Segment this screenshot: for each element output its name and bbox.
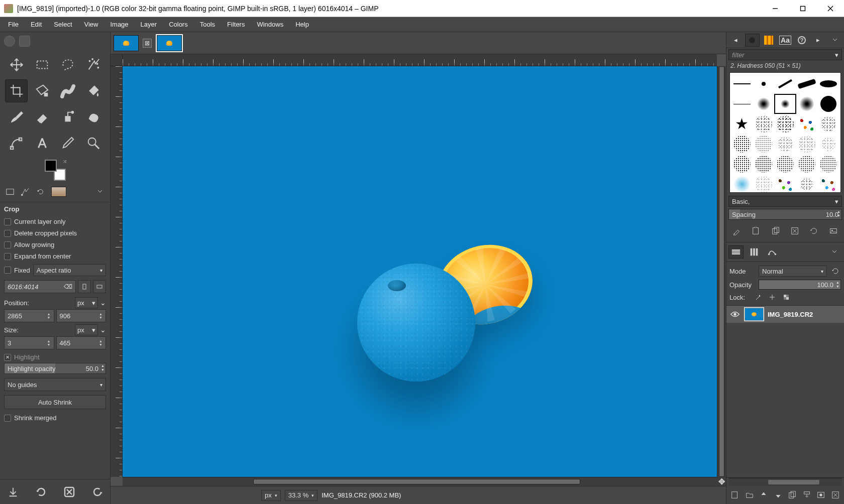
brush-preset[interactable]	[753, 174, 774, 193]
size-h-field[interactable]: 465▲▼	[56, 336, 107, 349]
undo-history-tab[interactable]	[34, 186, 46, 198]
new-layer-icon[interactable]	[728, 488, 742, 502]
brush-preset[interactable]	[753, 134, 774, 154]
brush-preset[interactable]	[753, 94, 774, 114]
brush-preset[interactable]	[818, 154, 839, 174]
brush-preset-mode-dropdown[interactable]: Basic,▾	[728, 196, 842, 207]
delete-tool-preset-icon[interactable]	[61, 483, 78, 500]
warp-tool[interactable]	[57, 79, 79, 102]
brush-preset-selected[interactable]	[774, 94, 796, 114]
brush-preset[interactable]	[753, 74, 774, 94]
brush-preset[interactable]	[731, 154, 753, 174]
layer-name[interactable]: IMG_9819.CR2	[768, 311, 841, 318]
aspect-ratio-field[interactable]: 6016:4014 ⌫	[4, 280, 76, 293]
tool-options-tab[interactable]	[4, 186, 16, 198]
expand-center-checkbox[interactable]	[4, 253, 11, 260]
close-tab-icon[interactable]: ⊠	[143, 39, 152, 48]
statusbar-unit-dropdown[interactable]: px▾	[261, 490, 281, 501]
color-picker-tool[interactable]	[57, 132, 79, 155]
mode-reset-icon[interactable]	[830, 267, 841, 276]
position-x-field[interactable]: 2865▲▼	[4, 309, 54, 322]
duplicate-layer-icon[interactable]	[786, 488, 799, 502]
foreground-color-swatch[interactable]	[45, 160, 57, 172]
opacity-slider[interactable]: 100.0 ▲▼	[759, 280, 841, 290]
fuzzy-select-tool[interactable]	[82, 53, 105, 76]
duplicate-brush-icon[interactable]	[767, 224, 784, 238]
position-unit-dropdown[interactable]: px▾	[75, 297, 98, 308]
refresh-brushes-icon[interactable]	[805, 224, 822, 238]
layer-row[interactable]: IMG_9819.CR2	[726, 306, 844, 323]
image-canvas[interactable]	[123, 66, 717, 477]
statusbar-zoom-dropdown[interactable]: 33.3 %▾	[285, 490, 318, 501]
size-w-field[interactable]: 3▲▼	[4, 336, 54, 349]
new-layer-group-icon[interactable]	[743, 488, 757, 502]
menu-filters[interactable]: Filters	[221, 19, 251, 30]
brush-preset[interactable]	[818, 134, 839, 154]
position-chain-icon[interactable]: ⌄	[100, 299, 106, 307]
fixed-checkbox[interactable]	[4, 267, 11, 274]
brush-preset[interactable]	[796, 114, 818, 134]
paths-tool[interactable]	[5, 132, 28, 155]
lower-layer-icon[interactable]	[772, 488, 785, 502]
brush-filter-input[interactable]: filter ▾	[728, 49, 842, 60]
text-tool[interactable]	[31, 132, 53, 155]
color-swatches[interactable]: ⤭	[45, 160, 66, 181]
guides-dropdown[interactable]: No guides▾	[4, 378, 106, 391]
new-brush-icon[interactable]	[748, 224, 765, 238]
canvas-view[interactable]	[123, 66, 717, 477]
size-unit-dropdown[interactable]: px▾	[75, 324, 98, 335]
brush-preset[interactable]	[796, 94, 818, 114]
open-as-image-icon[interactable]	[825, 224, 842, 238]
brush-preset[interactable]	[731, 94, 753, 114]
allow-growing-checkbox[interactable]	[4, 241, 11, 248]
dock-right-icon[interactable]: ▸	[811, 34, 825, 47]
brush-preset[interactable]	[818, 94, 839, 114]
navigation-icon[interactable]: ✥	[717, 477, 726, 486]
restore-tool-preset-icon[interactable]	[33, 483, 50, 500]
vertical-ruler[interactable]	[111, 66, 123, 477]
menu-select[interactable]: Select	[48, 19, 78, 30]
landscape-button[interactable]	[93, 280, 106, 293]
patterns-tab[interactable]	[762, 34, 776, 47]
channels-tab[interactable]	[747, 245, 762, 259]
brush-preset[interactable]	[818, 74, 839, 94]
lock-alpha-icon[interactable]	[781, 293, 792, 302]
brush-spacing-slider[interactable]: Spacing 10.0 ▲▼	[728, 209, 842, 220]
brush-preset[interactable]	[731, 134, 753, 154]
menu-windows[interactable]: Windows	[251, 19, 289, 30]
fixed-mode-dropdown[interactable]: Aspect ratio▾	[33, 264, 106, 276]
dock-configure-icon[interactable]	[827, 34, 842, 47]
menu-help[interactable]: Help	[289, 19, 315, 30]
layers-configure-icon[interactable]	[827, 245, 842, 259]
eraser-tool[interactable]	[31, 105, 53, 129]
menu-view[interactable]: View	[78, 19, 104, 30]
rect-select-tool[interactable]	[31, 53, 53, 76]
highlight-opacity-slider[interactable]: Highlight opacity 50.0 ▲▼	[4, 363, 106, 374]
brush-preset[interactable]	[818, 114, 839, 134]
position-y-field[interactable]: 906▲▼	[56, 309, 107, 322]
menu-layer[interactable]: Layer	[135, 19, 163, 30]
lock-pixels-icon[interactable]	[753, 293, 764, 302]
zoom-tool[interactable]	[82, 132, 105, 155]
unified-transform-tool[interactable]	[31, 79, 53, 102]
layer-thumbnail[interactable]	[745, 308, 764, 321]
blend-mode-dropdown[interactable]: Normal▾	[759, 266, 827, 277]
window-maximize-button[interactable]	[789, 0, 816, 17]
layer-mask-icon[interactable]	[814, 488, 828, 502]
size-chain-icon[interactable]: ⌄	[100, 326, 106, 334]
save-tool-preset-icon[interactable]	[5, 483, 22, 500]
layers-tab[interactable]	[728, 245, 744, 259]
delete-cropped-checkbox[interactable]	[4, 230, 11, 237]
window-close-button[interactable]	[816, 0, 844, 17]
clone-tool[interactable]	[57, 105, 79, 129]
configure-tab-icon[interactable]	[94, 186, 106, 198]
document-tab-2[interactable]	[157, 35, 182, 52]
brush-preset[interactable]	[774, 174, 796, 193]
menu-edit[interactable]: Edit	[25, 19, 48, 30]
brushes-tab[interactable]	[745, 34, 760, 47]
free-select-tool[interactable]	[57, 53, 79, 76]
brush-preset[interactable]	[731, 174, 753, 193]
paths-tab[interactable]	[765, 245, 780, 259]
auto-shrink-button[interactable]: Auto Shrink	[4, 395, 106, 409]
layers-hscroll[interactable]	[728, 478, 842, 486]
